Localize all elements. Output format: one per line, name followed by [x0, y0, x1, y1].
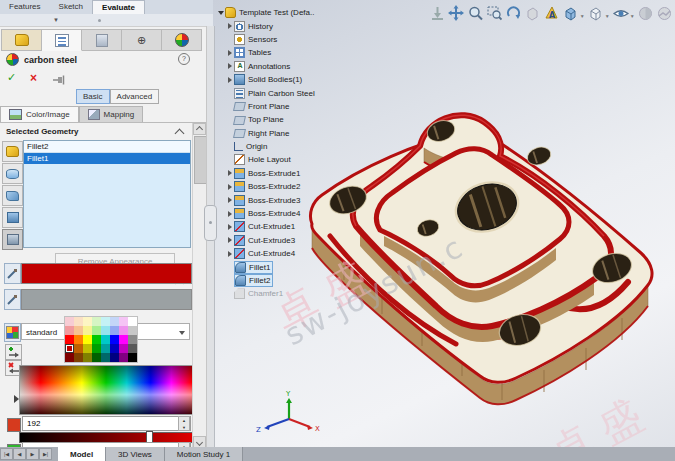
section-view-icon[interactable]	[523, 4, 541, 23]
palette-swatch[interactable]	[119, 326, 128, 335]
pin-icon[interactable]	[53, 75, 66, 85]
model-tab[interactable]: Model	[58, 447, 106, 461]
tree-item-boss-extrude1[interactable]: Boss-Extrude1	[225, 167, 315, 180]
tree-item-chamfer1[interactable]: Chamfer1	[225, 287, 315, 300]
palette-swatch[interactable]	[110, 317, 119, 326]
palette-swatch[interactable]	[83, 344, 92, 353]
pan-icon[interactable]	[447, 4, 465, 23]
tree-item-annotations[interactable]: Annotations	[225, 60, 315, 73]
color-image-tab[interactable]: Color/Image	[0, 106, 79, 122]
palette-swatch[interactable]	[65, 353, 74, 362]
palette-swatch[interactable]	[101, 353, 110, 362]
last-tab-icon[interactable]: ▶|	[39, 448, 52, 460]
view-orientation-dropdown-icon[interactable]: ▼	[580, 13, 585, 19]
select-surface-filter-button[interactable]	[2, 185, 23, 206]
palette-swatch[interactable]	[101, 335, 110, 344]
palette-swatch[interactable]	[74, 353, 83, 362]
view-orientation-icon[interactable]	[562, 4, 580, 23]
palette-swatch[interactable]	[128, 317, 137, 326]
annotation-views-icon[interactable]: A	[543, 4, 561, 23]
advanced-button[interactable]: Advanced	[110, 89, 160, 104]
palette-swatch[interactable]	[83, 353, 92, 362]
tree-item-origin[interactable]: Origin	[225, 140, 315, 153]
primary-color-swatch[interactable]	[21, 263, 192, 284]
geometry-list-item-selected[interactable]: Fillet1	[24, 153, 190, 164]
apply-scene-icon[interactable]	[656, 4, 674, 23]
palette-swatch[interactable]	[83, 335, 92, 344]
select-body-filter-button[interactable]	[2, 207, 23, 228]
palette-swatch[interactable]	[110, 344, 119, 353]
palette-swatch[interactable]	[119, 335, 128, 344]
collapse-selected-geometry-icon[interactable]	[175, 129, 185, 139]
property-manager-tab[interactable]	[42, 29, 82, 51]
cancel-button[interactable]: ×	[30, 71, 37, 85]
palette-swatch[interactable]	[128, 335, 137, 344]
feature-manager-tab[interactable]	[1, 29, 42, 51]
tree-item-history[interactable]: History	[225, 19, 315, 32]
palette-swatch[interactable]	[65, 326, 74, 335]
palette-swatch[interactable]	[74, 326, 83, 335]
select-part-filter-button[interactable]	[2, 141, 23, 162]
display-manager-tab[interactable]	[162, 29, 202, 51]
palette-swatch[interactable]	[65, 344, 74, 353]
red-spinner[interactable]: ▲▼	[178, 416, 190, 431]
red-value-field[interactable]	[22, 416, 191, 431]
tree-item-fillet1[interactable]: Fillet1	[225, 260, 315, 273]
palette-swatch[interactable]	[128, 353, 137, 362]
tree-item-cut-extrude1[interactable]: Cut-Extrude1	[225, 220, 315, 233]
secondary-color-picker-button[interactable]	[4, 289, 21, 310]
palette-swatch[interactable]	[101, 317, 110, 326]
edit-appearance-icon[interactable]	[637, 4, 655, 23]
tree-item-fillet2[interactable]: Fillet2	[225, 274, 315, 287]
tab-evaluate[interactable]: Evaluate	[92, 0, 145, 15]
add-color-button[interactable]	[5, 344, 22, 360]
tree-item-hole-layout[interactable]: Hole Layout	[225, 153, 315, 166]
geometry-list-item[interactable]: Fillet2	[24, 141, 190, 153]
tree-item-right-plane[interactable]: Right Plane	[225, 127, 315, 140]
palette-swatch[interactable]	[83, 326, 92, 335]
tree-item-cut-extrude4[interactable]: Cut-Extrude4	[225, 247, 315, 260]
tree-item-root[interactable]: Template Test (Defa..	[216, 6, 315, 19]
graphics-viewport[interactable]: 卓 盛 sw-joysun.c 卓 盛 Y X Z Template Test …	[213, 0, 675, 447]
spectrum-handle[interactable]	[14, 395, 19, 403]
palette-swatch[interactable]	[74, 344, 83, 353]
next-tab-icon[interactable]: ▶	[26, 448, 39, 460]
zoom-to-fit-icon[interactable]	[428, 4, 446, 23]
primary-color-picker-button[interactable]	[4, 263, 21, 284]
palette-swatch[interactable]	[74, 335, 83, 344]
palette-swatch[interactable]	[92, 344, 101, 353]
palette-swatch[interactable]	[128, 344, 137, 353]
hide-show-dropdown-icon[interactable]: ▼	[630, 13, 635, 19]
configuration-manager-tab[interactable]	[82, 29, 122, 51]
3d-views-tab[interactable]: 3D Views	[106, 447, 165, 461]
tree-item-boss-extrude3[interactable]: Boss-Extrude3	[225, 193, 315, 206]
palette-swatch[interactable]	[92, 335, 101, 344]
previous-tab-icon[interactable]: ◀	[13, 448, 26, 460]
palette-swatch[interactable]	[119, 317, 128, 326]
select-face-filter-button[interactable]	[2, 163, 23, 184]
color-spectrum[interactable]	[19, 365, 193, 415]
palette-swatch[interactable]	[128, 326, 137, 335]
rotate-view-icon[interactable]	[504, 4, 522, 23]
palette-swatch[interactable]	[83, 317, 92, 326]
first-tab-icon[interactable]: |◀	[0, 448, 13, 460]
dimxpert-manager-tab[interactable]: ⊕	[122, 29, 162, 51]
ok-button[interactable]: ✓	[7, 71, 16, 84]
palette-swatch[interactable]	[110, 353, 119, 362]
selected-geometry-list[interactable]: Fillet2 Fillet1	[23, 140, 191, 248]
palette-swatch[interactable]	[110, 326, 119, 335]
mapping-tab[interactable]: Mapping	[79, 106, 144, 122]
display-style-dropdown-icon[interactable]: ▼	[605, 13, 610, 19]
selected-geometry-header[interactable]: Selected Geometry	[6, 127, 78, 136]
palette-swatch[interactable]	[119, 344, 128, 353]
tab-features[interactable]: Features	[0, 0, 50, 14]
palette-swatch[interactable]	[110, 335, 119, 344]
motion-study-tab[interactable]: Motion Study 1	[165, 447, 243, 461]
tree-item-material[interactable]: Plain Carbon Steel	[225, 86, 315, 99]
tree-item-top-plane[interactable]: Top Plane	[225, 113, 315, 126]
tree-item-cut-extrude3[interactable]: Cut-Extrude3	[225, 234, 315, 247]
hide-show-items-icon[interactable]	[612, 4, 630, 23]
ribbon-expand-icon[interactable]: ▼	[53, 17, 209, 23]
palette-swatch[interactable]	[119, 353, 128, 362]
palette-swatch[interactable]	[92, 326, 101, 335]
